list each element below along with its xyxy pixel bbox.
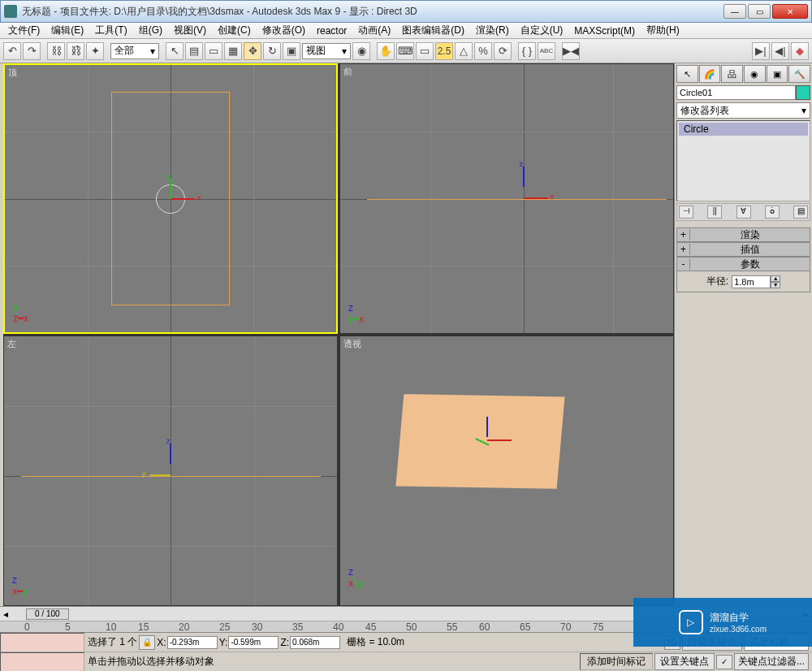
snap-toggle-button[interactable]: 2.5: [435, 42, 453, 60]
pin-stack-button[interactable]: ⊣: [679, 206, 693, 219]
minimize-button[interactable]: —: [723, 4, 746, 19]
select-region-button[interactable]: ▭: [205, 42, 222, 60]
configure-button[interactable]: ▤: [793, 206, 808, 219]
menu-view[interactable]: 视图(V): [169, 22, 211, 39]
menu-reactor[interactable]: reactor: [312, 24, 352, 38]
rollout-params-header[interactable]: - 参数: [676, 257, 810, 271]
link-button[interactable]: ⛓: [47, 42, 65, 60]
stack-item[interactable]: Circle: [679, 123, 808, 136]
grid-label: 栅格 = 10.0m: [347, 635, 404, 649]
mirror-button[interactable]: ▶◀: [562, 42, 580, 60]
show-result-button[interactable]: ||: [707, 206, 722, 219]
title-bar: 无标题 - 项目文件夹: D:\用户目录\我的文档\3dsmax - Autod…: [0, 0, 812, 23]
menu-help[interactable]: 帮助(H): [641, 22, 685, 39]
key-filters-button[interactable]: 关键点过滤器...: [734, 653, 809, 670]
tab-modify[interactable]: 🌈: [699, 65, 721, 83]
viewport-grid: x y 顶 yz━x x z 前 zy━x: [3, 63, 674, 606]
radius-input[interactable]: [732, 275, 771, 288]
abc-button[interactable]: ABC: [538, 42, 555, 60]
viewport-perspective[interactable]: 透视 zx╲y: [339, 336, 674, 606]
radius-label: 半径:: [706, 275, 728, 288]
keyboard-button[interactable]: ⌨: [396, 42, 414, 60]
window-crossing-button[interactable]: ▦: [224, 42, 242, 60]
menu-tools[interactable]: 工具(T): [90, 22, 132, 39]
key-filters-icon[interactable]: ✓: [716, 655, 732, 669]
add-time-tag[interactable]: 添加时间标记: [580, 653, 653, 670]
tab-utilities[interactable]: 🔨: [788, 65, 810, 83]
rollout-interp-header[interactable]: + 插值: [676, 242, 810, 257]
menu-render[interactable]: 渲染(R): [471, 22, 514, 39]
undo-button[interactable]: ↶: [3, 42, 21, 60]
tab-motion[interactable]: ◉: [744, 65, 766, 83]
viewport-label: 前: [343, 66, 352, 78]
menu-edit[interactable]: 编辑(E): [46, 22, 89, 39]
menu-file[interactable]: 文件(F): [3, 22, 45, 39]
named-sel-button[interactable]: ▭: [416, 42, 434, 60]
command-panel: ↖ 🌈 品 ◉ ▣ 🔨 修改器列表▾ Circle ⊣ || ∀ ȯ ▤ + 渲…: [674, 63, 812, 606]
remove-mod-button[interactable]: ȯ: [765, 206, 780, 219]
watermark: ▷ 溜溜自学 zixue.3d66.com: [633, 598, 812, 647]
object-color-swatch[interactable]: [796, 85, 810, 100]
status-color-block: [0, 633, 84, 671]
layers-button[interactable]: ◀|: [771, 42, 789, 60]
play-icon: ▷: [679, 610, 703, 634]
unique-button[interactable]: ∀: [736, 206, 751, 219]
time-slider-value[interactable]: 0 / 100: [26, 608, 69, 620]
unlink-button[interactable]: ⛓̸: [67, 42, 84, 60]
close-button[interactable]: ✕: [772, 4, 808, 19]
menu-graph[interactable]: 图表编辑器(D): [397, 22, 469, 39]
tab-display[interactable]: ▣: [767, 65, 788, 83]
select-button[interactable]: ↖: [166, 42, 184, 60]
select-name-button[interactable]: ▤: [185, 42, 203, 60]
menu-customize[interactable]: 自定义(U): [516, 22, 568, 39]
viewport-top[interactable]: x y 顶 yz━x: [3, 63, 338, 334]
rotate-button[interactable]: ↻: [263, 42, 281, 60]
coord-x-input[interactable]: [167, 636, 218, 649]
redo-button[interactable]: ↷: [23, 42, 41, 60]
tab-create[interactable]: ↖: [676, 65, 698, 83]
tab-hierarchy[interactable]: 品: [721, 65, 743, 83]
pivot-button[interactable]: ◉: [352, 42, 370, 60]
selection-set-dropdown[interactable]: 全部▾: [110, 43, 159, 59]
spinner-snap-button[interactable]: ⟳: [494, 42, 512, 60]
viewport-left[interactable]: y z 左 zx━y: [3, 336, 338, 606]
move-button[interactable]: ✥: [244, 42, 261, 60]
bind-button[interactable]: ✦: [86, 42, 104, 60]
main-toolbar: ↶ ↷ ⛓ ⛓̸ ✦ 全部▾ ↖ ▤ ▭ ▦ ✥ ↻ ▣ 视图▾ ◉ ✋ ⌨ ▭…: [0, 39, 812, 63]
lock-button[interactable]: 🔒: [139, 635, 155, 650]
manipulate-button[interactable]: ✋: [377, 42, 395, 60]
viewport-label: 顶: [8, 67, 17, 79]
coord-y-input[interactable]: [228, 636, 279, 649]
radius-spin-down[interactable]: ▼: [771, 282, 780, 288]
menu-animation[interactable]: 动画(A): [353, 22, 395, 39]
menu-modifiers[interactable]: 修改器(O): [257, 22, 310, 39]
named-selset-field[interactable]: { }: [518, 42, 536, 60]
align-button[interactable]: ▶|: [752, 42, 770, 60]
selection-status: 选择了 1 个: [88, 635, 137, 649]
radius-spin-up[interactable]: ▲: [771, 275, 780, 282]
render-button[interactable]: ◆: [791, 42, 809, 60]
modifier-list-dropdown[interactable]: 修改器列表▾: [676, 102, 810, 119]
viewport-label: 左: [7, 338, 16, 350]
menu-bar: 文件(F) 编辑(E) 工具(T) 组(G) 视图(V) 创建(C) 修改器(O…: [0, 23, 812, 39]
modifier-stack[interactable]: Circle: [676, 120, 810, 201]
rollout-render-header[interactable]: + 渲染: [676, 227, 810, 242]
coord-z-input[interactable]: [290, 636, 340, 649]
menu-create[interactable]: 创建(C): [213, 22, 256, 39]
refsys-dropdown[interactable]: 视图▾: [302, 43, 351, 59]
app-icon: [4, 5, 17, 18]
maximize-button[interactable]: ▭: [748, 4, 771, 19]
viewport-front[interactable]: x z 前 zy━x: [339, 63, 674, 334]
angle-snap-button[interactable]: △: [455, 42, 473, 60]
window-title: 无标题 - 项目文件夹: D:\用户目录\我的文档\3dsmax - Autod…: [22, 5, 723, 19]
stack-buttons: ⊣ || ∀ ȯ ▤: [676, 203, 810, 221]
scale-button[interactable]: ▣: [283, 42, 300, 60]
percent-snap-button[interactable]: %: [474, 42, 492, 60]
viewport-label: 透视: [343, 338, 361, 350]
menu-maxscript[interactable]: MAXScript(M): [569, 24, 640, 38]
object-name-input[interactable]: [676, 85, 796, 100]
prompt-text: 单击并拖动以选择并移动对象: [88, 655, 214, 669]
setkey-button[interactable]: 设置关键点: [654, 653, 715, 670]
menu-group[interactable]: 组(G): [134, 22, 167, 39]
